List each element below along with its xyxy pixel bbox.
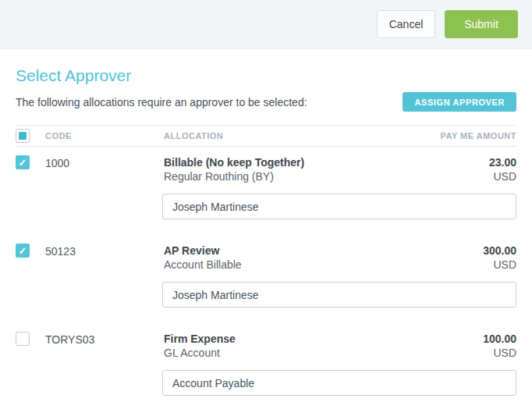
submit-button[interactable]: Submit bbox=[445, 10, 518, 38]
allocation-subtitle: GL Account bbox=[164, 346, 423, 360]
column-header-allocation: ALLOCATION bbox=[164, 131, 423, 141]
column-header-code: CODE bbox=[45, 131, 164, 141]
allocation-cell: AP Review Account Billable bbox=[164, 244, 423, 272]
indeterminate-icon bbox=[19, 132, 27, 140]
allocation-title: Firm Expense bbox=[164, 332, 423, 346]
amount-value: 100.00 bbox=[423, 332, 516, 346]
approver-input[interactable] bbox=[162, 370, 516, 396]
amount-currency: USD bbox=[423, 169, 516, 183]
row-checkbox[interactable]: ✓ bbox=[16, 332, 30, 346]
select-all-checkbox[interactable] bbox=[16, 129, 30, 143]
allocation-cell: Billable (No keep Together) Regular Rout… bbox=[164, 155, 423, 183]
table-header: CODE ALLOCATION PAY ME AMOUNT bbox=[16, 125, 516, 147]
allocation-cell: Firm Expense GL Account bbox=[164, 332, 423, 360]
assign-approver-button[interactable]: ASSIGN APPROVER bbox=[403, 92, 516, 112]
cancel-button[interactable]: Cancel bbox=[377, 10, 435, 38]
approver-input[interactable] bbox=[162, 282, 516, 308]
amount-value: 300.00 bbox=[423, 244, 516, 258]
code-cell: 50123 bbox=[45, 244, 164, 258]
allocation-subtitle: Regular Routhing (BY) bbox=[164, 169, 423, 183]
amount-cell: 300.00 USD bbox=[423, 244, 516, 272]
amount-value: 23.00 bbox=[423, 155, 516, 169]
allocation-title: Billable (No keep Together) bbox=[164, 155, 423, 169]
allocations-table: CODE ALLOCATION PAY ME AMOUNT ✓ 1000 Bil… bbox=[16, 125, 516, 402]
table-row: ✓ 1000 Billable (No keep Together) Regul… bbox=[16, 147, 516, 235]
table-row: ✓ TORYS03 Firm Expense GL Account 100.00… bbox=[16, 323, 516, 402]
page-title: Select Approver bbox=[16, 66, 516, 85]
table-row: ✓ 50123 AP Review Account Billable 300.0… bbox=[16, 235, 516, 323]
top-action-bar: Cancel Submit bbox=[0, 0, 532, 49]
amount-cell: 23.00 USD bbox=[423, 155, 516, 183]
check-icon: ✓ bbox=[19, 246, 27, 256]
allocation-subtitle: Account Billable bbox=[164, 258, 423, 272]
allocation-title: AP Review bbox=[164, 244, 423, 258]
column-header-amount: PAY ME AMOUNT bbox=[423, 131, 516, 141]
select-approver-panel: Select Approver The following allocation… bbox=[0, 66, 532, 402]
row-checkbox[interactable]: ✓ bbox=[16, 155, 30, 169]
amount-currency: USD bbox=[423, 258, 516, 272]
instruction-text: The following allocations require an app… bbox=[16, 96, 307, 109]
subtitle-row: The following allocations require an app… bbox=[16, 92, 516, 112]
check-icon: ✓ bbox=[19, 158, 27, 168]
amount-currency: USD bbox=[423, 346, 516, 360]
approver-input[interactable] bbox=[162, 194, 516, 219]
code-cell: TORYS03 bbox=[45, 332, 164, 346]
row-checkbox[interactable]: ✓ bbox=[16, 244, 30, 258]
amount-cell: 100.00 USD bbox=[423, 332, 516, 360]
code-cell: 1000 bbox=[45, 155, 164, 169]
table-rows: ✓ 1000 Billable (No keep Together) Regul… bbox=[16, 147, 516, 402]
